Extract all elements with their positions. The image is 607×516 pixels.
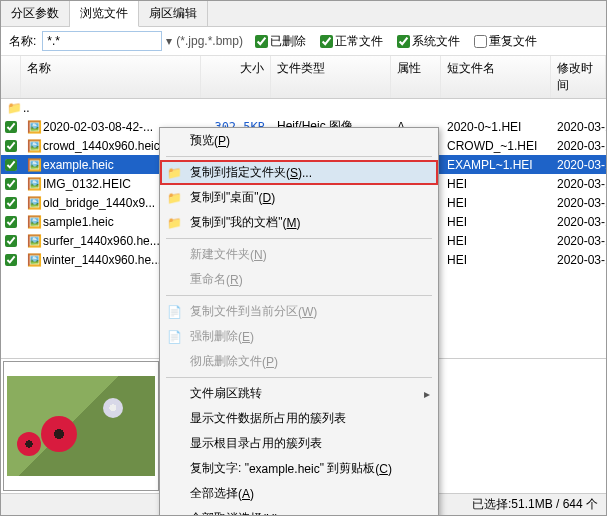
file-icon: 🖼️: [27, 215, 41, 229]
filter-hint: (*.jpg.*.bmp): [176, 34, 243, 48]
col-name[interactable]: 名称: [21, 56, 201, 98]
up-dir[interactable]: 📁..: [1, 99, 606, 117]
opt-deleted[interactable]: 已删除: [253, 33, 308, 50]
copy-icon: 📄: [166, 305, 182, 319]
menu-new-folder: 新建文件夹(N): [160, 242, 438, 267]
row-checkbox[interactable]: [5, 159, 17, 171]
menu-rename: 重命名(R): [160, 267, 438, 292]
file-icon: 🖼️: [27, 158, 41, 172]
col-checkbox[interactable]: [1, 56, 21, 98]
column-headers: 名称 大小 文件类型 属性 短文件名 修改时间: [1, 56, 606, 99]
name-label: 名称:: [7, 33, 38, 50]
status-value: 51.1MB / 644 个: [511, 496, 598, 513]
col-type[interactable]: 文件类型: [271, 56, 391, 98]
folder-icon: 📁: [166, 216, 182, 230]
opt-system[interactable]: 系统文件: [395, 33, 462, 50]
menu-copy-docs[interactable]: 📁复制到"我的文档"(M): [160, 210, 438, 235]
col-shortname[interactable]: 短文件名: [441, 56, 551, 98]
opt-normal[interactable]: 正常文件: [318, 33, 385, 50]
menu-permanent-delete: 彻底删除文件(P): [160, 349, 438, 374]
menu-deselect-all[interactable]: 全部取消选择(U): [160, 506, 438, 516]
row-checkbox[interactable]: [5, 140, 17, 152]
name-filter-input[interactable]: [42, 31, 162, 51]
folder-icon: 📁: [7, 101, 21, 115]
file-icon: 🖼️: [27, 196, 41, 210]
tab-partition-params[interactable]: 分区参数: [1, 1, 70, 26]
menu-force-delete: 📄强制删除(E): [160, 324, 438, 349]
toolbar: 名称: ▾ (*.jpg.*.bmp) 已删除 正常文件 系统文件 重复文件: [1, 27, 606, 56]
row-checkbox[interactable]: [5, 197, 17, 209]
row-checkbox[interactable]: [5, 178, 17, 190]
menu-sector-jump[interactable]: 文件扇区跳转▸: [160, 381, 438, 406]
thumbnail: [3, 361, 159, 491]
row-checkbox[interactable]: [5, 121, 17, 133]
menu-copy-current-partition: 📄复制文件到当前分区(W): [160, 299, 438, 324]
row-checkbox[interactable]: [5, 254, 17, 266]
tab-sector-edit[interactable]: 扇区编辑: [139, 1, 208, 26]
file-icon: 🖼️: [27, 139, 41, 153]
menu-copy-to-folder[interactable]: 📁复制到指定文件夹(S)...: [160, 160, 438, 185]
menu-cluster-root[interactable]: 显示根目录占用的簇列表: [160, 431, 438, 456]
menu-select-all[interactable]: 全部选择(A): [160, 481, 438, 506]
row-checkbox[interactable]: [5, 235, 17, 247]
tab-browse-files[interactable]: 浏览文件: [70, 1, 139, 27]
tab-bar: 分区参数 浏览文件 扇区编辑: [1, 1, 606, 27]
folder-icon: 📁: [166, 166, 182, 180]
chevron-right-icon: ▸: [424, 387, 430, 401]
row-checkbox[interactable]: [5, 216, 17, 228]
delete-icon: 📄: [166, 330, 182, 344]
dropdown-icon[interactable]: ▾: [166, 34, 172, 48]
col-attr[interactable]: 属性: [391, 56, 441, 98]
context-menu: 预览(P) 📁复制到指定文件夹(S)... 📁复制到"桌面"(D) 📁复制到"我…: [159, 127, 439, 516]
status-label: 已选择:: [472, 496, 511, 513]
opt-duplicate[interactable]: 重复文件: [472, 33, 539, 50]
col-mtime[interactable]: 修改时间: [551, 56, 606, 98]
menu-copy-desktop[interactable]: 📁复制到"桌面"(D): [160, 185, 438, 210]
col-size[interactable]: 大小: [201, 56, 271, 98]
file-icon: 🖼️: [27, 177, 41, 191]
file-icon: 🖼️: [27, 120, 41, 134]
file-icon: 🖼️: [27, 234, 41, 248]
folder-icon: 📁: [166, 191, 182, 205]
file-icon: 🖼️: [27, 253, 41, 267]
menu-preview[interactable]: 预览(P): [160, 128, 438, 153]
menu-copy-text[interactable]: 复制文字: "example.heic" 到剪贴板(C): [160, 456, 438, 481]
menu-cluster-file[interactable]: 显示文件数据所占用的簇列表: [160, 406, 438, 431]
